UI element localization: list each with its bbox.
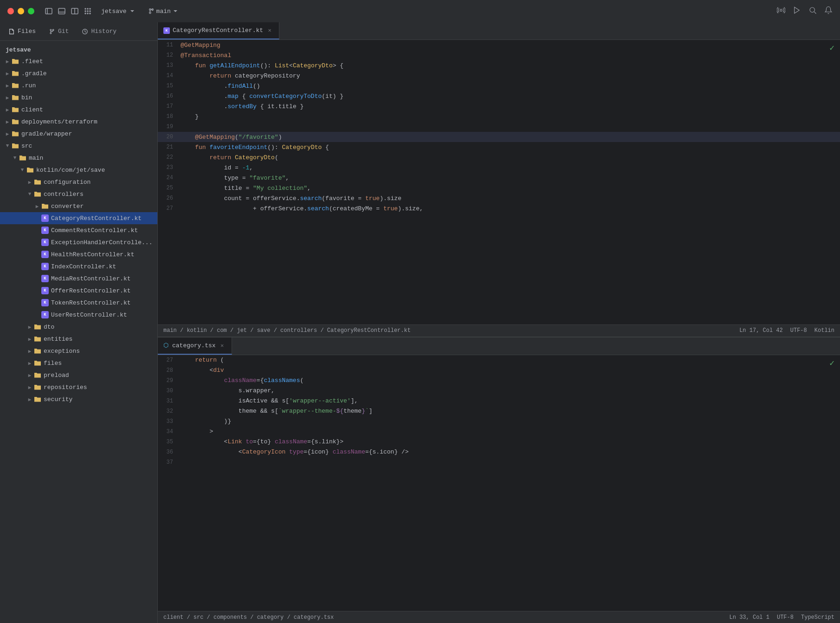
git-tab[interactable]: Git bbox=[46, 26, 71, 37]
sidebar-toggle-icon[interactable] bbox=[45, 7, 53, 15]
bottom-code-content: 27 return ( 28 <div 29 className={classN… bbox=[158, 355, 840, 611]
code-line-21: 21 fun favoriteEndpoint(): CategoryDto { bbox=[158, 142, 840, 152]
top-tab-bar: K CategoryRestController.kt ✕ bbox=[158, 22, 840, 40]
tsx-line-37: 37 bbox=[158, 457, 840, 467]
code-line-19: 19 bbox=[158, 122, 840, 132]
code-line-24: 24 type = "favorite", bbox=[158, 173, 840, 183]
tree-item-comment-rest-controller[interactable]: ▶ K CommentRestController.kt bbox=[0, 224, 157, 236]
title-bar-right bbox=[777, 6, 833, 16]
tree-item-src[interactable]: ▼ src bbox=[0, 140, 157, 152]
svg-line-21 bbox=[814, 12, 816, 13]
svg-point-8 bbox=[90, 8, 90, 9]
tab-category-tsx[interactable]: ⬡ category.tsx ✕ bbox=[158, 337, 232, 355]
tsx-line-35: 35 <Link to={to} className={s.link}> bbox=[158, 437, 840, 447]
tree-item-configuration[interactable]: ▶ configuration bbox=[0, 176, 157, 188]
split-editor-icon[interactable] bbox=[71, 7, 79, 15]
grid-icon[interactable] bbox=[84, 7, 92, 15]
top-status-right: Ln 17, Col 42 UTF-8 Kotlin bbox=[739, 327, 834, 334]
run-icon[interactable] bbox=[793, 6, 801, 16]
tree-item-gradle-wrapper[interactable]: ▶ gradle/wrapper bbox=[0, 128, 157, 140]
top-editor-pane: K CategoryRestController.kt ✕ ✓ 11 @GetM… bbox=[158, 22, 840, 337]
tree-item-run[interactable]: ▶ .run bbox=[0, 79, 157, 91]
tsx-line-28: 28 <div bbox=[158, 365, 840, 376]
sidebar: Files Git History jetsave ▶ .fleet bbox=[0, 22, 158, 623]
svg-point-23 bbox=[50, 32, 52, 34]
tsx-line-36: 36 <CategoryIcon type={icon} className={… bbox=[158, 447, 840, 457]
tsx-line-27: 27 return ( bbox=[158, 355, 840, 365]
code-line-22: 22 return CategoryDto( bbox=[158, 152, 840, 162]
tree-item-media-rest-controller[interactable]: ▶ K MediaRestController.kt bbox=[0, 273, 157, 285]
top-breadcrumb: main / kotlin / com / jet / save / contr… bbox=[163, 327, 411, 334]
maximize-button[interactable] bbox=[28, 8, 34, 14]
svg-point-22 bbox=[50, 29, 52, 31]
tsx-line-29: 29 className={classNames( bbox=[158, 376, 840, 386]
close-bottom-tab[interactable]: ✕ bbox=[219, 342, 226, 349]
tree-item-fleet[interactable]: ▶ .fleet bbox=[0, 55, 157, 67]
bottom-code-editor[interactable]: ✓ 27 return ( 28 <div bbox=[158, 355, 840, 611]
svg-point-12 bbox=[85, 13, 86, 14]
svg-rect-0 bbox=[45, 8, 52, 14]
sidebar-tabs: Files Git History bbox=[0, 22, 157, 41]
tree-item-kotlin[interactable]: ▼ kotlin/com/jet/save bbox=[0, 164, 157, 176]
tree-item-entities[interactable]: ▶ entities bbox=[0, 333, 157, 345]
tree-item-health-rest-controller[interactable]: ▶ K HealthRestController.kt bbox=[0, 248, 157, 260]
code-line-17: 17 .sortedBy { it.title } bbox=[158, 101, 840, 111]
project-root[interactable]: jetsave bbox=[0, 45, 157, 55]
bottom-status-right: Ln 33, Col 1 UTF-8 TypeScript bbox=[730, 614, 834, 621]
tree-item-security[interactable]: ▶ security bbox=[0, 393, 157, 405]
tree-item-converter[interactable]: ▶ converter bbox=[0, 200, 157, 212]
top-check-mark: ✓ bbox=[829, 43, 834, 53]
tsx-line-33: 33 )} bbox=[158, 416, 840, 427]
bottom-panel-icon[interactable] bbox=[58, 7, 66, 15]
tree-item-exception-handler[interactable]: ▶ K ExceptionHandlerControlle... bbox=[0, 236, 157, 248]
bottom-check-mark: ✓ bbox=[829, 358, 834, 368]
svg-point-6 bbox=[85, 8, 86, 9]
code-line-12: 12 @Transactional bbox=[158, 50, 840, 60]
close-top-tab[interactable]: ✕ bbox=[266, 27, 273, 34]
svg-marker-19 bbox=[795, 7, 800, 13]
tree-item-repositories[interactable]: ▶ repositories bbox=[0, 381, 157, 393]
broadcast-icon[interactable] bbox=[777, 6, 785, 16]
tree-item-user-rest-controller[interactable]: ▶ K UserRestController.kt bbox=[0, 309, 157, 321]
notifications-icon[interactable] bbox=[824, 6, 833, 16]
tree-item-files[interactable]: ▶ files bbox=[0, 357, 157, 369]
code-line-14: 14 return categoryRepository bbox=[158, 71, 840, 81]
traffic-lights bbox=[7, 8, 34, 14]
tree-item-category-rest-controller[interactable]: ▶ K CategoryRestController.kt bbox=[0, 212, 157, 224]
tree-item-index-controller[interactable]: ▶ K IndexController.kt bbox=[0, 260, 157, 273]
code-line-20: 20 @GetMapping("/favorite") bbox=[158, 132, 840, 142]
sidebar-toggle-icons bbox=[45, 7, 92, 15]
main-layout: Files Git History jetsave ▶ .fleet bbox=[0, 22, 840, 623]
code-line-27: 27 + offerService.search(createdByMe = t… bbox=[158, 203, 840, 214]
search-icon[interactable] bbox=[808, 6, 817, 16]
project-name[interactable]: jetsave bbox=[101, 8, 135, 15]
tree-item-token-rest-controller[interactable]: ▶ K TokenRestController.kt bbox=[0, 297, 157, 309]
history-tab[interactable]: History bbox=[79, 26, 119, 37]
top-status-bar: main / kotlin / com / jet / save / contr… bbox=[158, 324, 840, 337]
tree-item-offer-rest-controller[interactable]: ▶ K OfferRestController.kt bbox=[0, 285, 157, 297]
tree-item-dto[interactable]: ▶ dto bbox=[0, 321, 157, 333]
files-tab[interactable]: Files bbox=[6, 26, 39, 37]
code-line-26: 26 count = offerService.search(favorite … bbox=[158, 193, 840, 203]
tree-item-preload[interactable]: ▶ preload bbox=[0, 369, 157, 381]
tree-item-controllers[interactable]: ▼ controllers bbox=[0, 188, 157, 200]
tab-category-rest-controller[interactable]: K CategoryRestController.kt ✕ bbox=[158, 22, 279, 39]
bottom-status-bar: client / src / components / category / c… bbox=[158, 611, 840, 623]
tree-item-exceptions[interactable]: ▶ exceptions bbox=[0, 345, 157, 357]
tree-item-client[interactable]: ▶ client bbox=[0, 104, 157, 116]
top-code-editor[interactable]: ✓ 11 @GetMapping 12 @Transactional bbox=[158, 40, 840, 324]
svg-point-9 bbox=[85, 11, 86, 12]
tree-item-deployments[interactable]: ▶ deployments/terraform bbox=[0, 116, 157, 128]
svg-point-11 bbox=[90, 11, 90, 12]
svg-rect-2 bbox=[58, 8, 65, 14]
tree-item-gradle[interactable]: ▶ .gradle bbox=[0, 67, 157, 79]
svg-point-10 bbox=[87, 11, 88, 12]
tree-item-main[interactable]: ▼ main bbox=[0, 152, 157, 164]
minimize-button[interactable] bbox=[18, 8, 24, 14]
branch-name[interactable]: main bbox=[148, 8, 178, 15]
close-button[interactable] bbox=[7, 8, 14, 14]
tsx-line-34: 34 > bbox=[158, 427, 840, 437]
svg-point-14 bbox=[90, 13, 90, 14]
tree-item-bin[interactable]: ▶ bin bbox=[0, 91, 157, 104]
bottom-tab-bar: ⬡ category.tsx ✕ bbox=[158, 337, 840, 355]
